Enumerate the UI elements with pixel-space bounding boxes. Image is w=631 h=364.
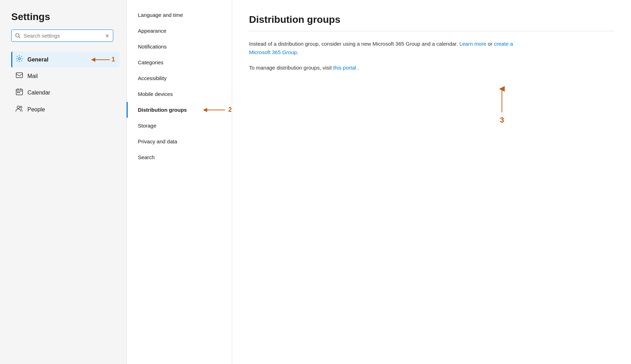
nav-search[interactable]: Search — [127, 149, 232, 165]
annotation-number-2: 2 — [228, 106, 232, 113]
body-text-3: To manage distribution groups, visit — [249, 65, 333, 71]
body-text-1: Instead of a distribution group, conside… — [249, 41, 458, 47]
sidebar-item-mail[interactable]: Mail — [11, 69, 119, 83]
mail-icon — [15, 72, 23, 80]
calendar-icon — [15, 88, 23, 97]
nav-distribution-groups-container: Distribution groups 2 — [127, 102, 232, 118]
people-label: People — [27, 106, 45, 113]
search-icon — [15, 33, 21, 39]
svg-point-13 — [20, 106, 22, 108]
content-paragraph-2: To manage distribution groups, visit thi… — [249, 64, 523, 72]
main-content: Distribution groups Instead of a distrib… — [232, 0, 631, 364]
general-icon — [15, 55, 23, 64]
sidebar-item-people[interactable]: People — [11, 102, 119, 117]
content-paragraph-1: Instead of a distribution group, conside… — [249, 40, 523, 57]
svg-rect-10 — [17, 92, 18, 93]
content-title: Distribution groups — [249, 14, 614, 31]
annotation-number-1: 1 — [111, 56, 115, 63]
svg-point-2 — [18, 58, 20, 60]
nav-categories[interactable]: Categories — [127, 54, 232, 70]
search-input[interactable] — [24, 33, 105, 39]
annotation-2: 2 — [202, 106, 232, 113]
body-text-4: . — [358, 65, 359, 71]
svg-rect-11 — [19, 92, 20, 93]
annotation-number-3: 3 — [500, 116, 504, 125]
sidebar: Settings ✕ General — [0, 0, 127, 364]
nav-distribution-groups[interactable]: Distribution groups — [127, 102, 201, 118]
nav-language-time[interactable]: Language and time — [127, 7, 232, 23]
nav-storage[interactable]: Storage — [127, 118, 232, 134]
svg-point-12 — [17, 106, 20, 109]
search-box[interactable]: ✕ — [11, 30, 113, 42]
sidebar-item-calendar[interactable]: Calendar — [11, 85, 119, 100]
nav-privacy-data[interactable]: Privacy and data — [127, 134, 232, 149]
middle-navigation: Language and time Appearance Notificatio… — [127, 0, 232, 364]
mail-label: Mail — [27, 73, 38, 79]
nav-mobile-devices[interactable]: Mobile devices — [127, 86, 232, 102]
sidebar-title: Settings — [11, 11, 119, 22]
annotation-arrow-2 — [202, 107, 227, 113]
annotation-1: 1 — [90, 56, 115, 63]
people-icon — [15, 105, 23, 113]
annotation-arrow-1 — [90, 57, 111, 63]
general-label: General — [27, 57, 49, 63]
nav-appearance[interactable]: Appearance — [127, 23, 232, 39]
annotation-arrow-3 — [499, 86, 505, 114]
annotation-3: 3 — [499, 86, 505, 125]
svg-line-1 — [19, 37, 20, 38]
nav-notifications[interactable]: Notifications — [127, 39, 232, 54]
svg-rect-5 — [16, 73, 23, 78]
body-text-2: or — [488, 41, 494, 47]
calendar-label: Calendar — [27, 90, 50, 96]
search-clear-button[interactable]: ✕ — [105, 33, 109, 39]
portal-link[interactable]: this portal — [333, 65, 356, 71]
sidebar-item-general[interactable]: General 1 — [11, 52, 119, 67]
content-body: Instead of a distribution group, conside… — [249, 40, 523, 72]
nav-accessibility[interactable]: Accessibility — [127, 70, 232, 86]
learn-more-link[interactable]: Learn more — [459, 41, 486, 47]
annotation-3-container: 3 — [390, 86, 614, 125]
